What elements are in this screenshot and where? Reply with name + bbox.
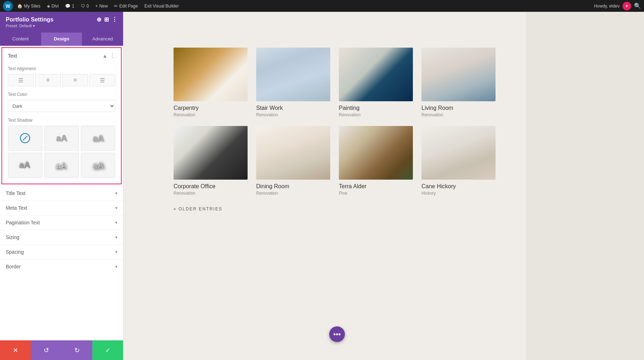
- edit-page-button[interactable]: ✏ Edit Page: [112, 0, 140, 12]
- portfolio-title-cane-hickory: Cane Hickory: [421, 183, 496, 190]
- main-layout: Portfolio Settings ⊕ ⊞ ⋮ Preset: Default…: [0, 12, 644, 360]
- portfolio-img-painting: [339, 48, 413, 101]
- shadow-options: aA aA aA aA aA: [8, 126, 115, 178]
- text-section: Text ▲ ⋮ Text Alignment ☰ ≡ ≡ ☰: [1, 47, 122, 184]
- portfolio-title-painting: Painting: [339, 105, 413, 111]
- shadow-2-button[interactable]: aA: [81, 126, 115, 151]
- align-center-button[interactable]: ≡: [35, 74, 61, 86]
- portfolio-img-cane-hickory: [421, 126, 496, 180]
- portfolio-title-terra-alder: Terra Alder: [339, 183, 413, 190]
- pagination-text-section[interactable]: Pagination Text ▾: [0, 215, 123, 230]
- align-right-button[interactable]: ≡: [62, 74, 88, 86]
- portfolio-img-dining-room: [256, 126, 330, 180]
- tab-content[interactable]: Content: [0, 33, 41, 46]
- portfolio-item-dining-room[interactable]: Dining Room Renovation: [256, 126, 330, 196]
- no-shadow-icon: [20, 133, 30, 143]
- pagination-chevron-icon: ▾: [115, 220, 117, 225]
- panel-preset[interactable]: Preset: Default ▾: [6, 24, 117, 28]
- portfolio-item-corporate-office[interactable]: Corporate Office Renovation: [174, 126, 248, 196]
- sizing-section[interactable]: Sizing ▾: [0, 230, 123, 244]
- title-text-label: Title Text: [6, 190, 25, 196]
- border-section[interactable]: Border ▾: [0, 259, 123, 274]
- preset-chevron-icon: ▾: [33, 24, 35, 28]
- portfolio-img-corporate-office: [174, 126, 248, 180]
- user-avatar[interactable]: e: [623, 2, 631, 10]
- wordpress-icon[interactable]: W: [3, 1, 13, 11]
- spacing-section[interactable]: Spacing ▾: [0, 244, 123, 259]
- divi-menu[interactable]: ◈ Divi: [45, 0, 61, 12]
- sizing-label: Sizing: [6, 234, 19, 240]
- meta-text-label: Meta Text: [6, 205, 27, 211]
- right-sidebar-background: [526, 12, 644, 360]
- undo-button[interactable]: ↺: [31, 340, 62, 360]
- portfolio-item-living-room[interactable]: Living Room Renovation: [421, 48, 496, 117]
- my-sites-menu[interactable]: 🏠 My Sites: [15, 0, 43, 12]
- title-text-section[interactable]: Title Text ▾: [0, 186, 123, 200]
- align-justify-button[interactable]: ☰: [89, 74, 115, 86]
- text-section-header[interactable]: Text ▲ ⋮: [2, 48, 121, 63]
- shadow-none-button[interactable]: [8, 126, 42, 151]
- new-menu[interactable]: + New: [93, 0, 110, 12]
- tab-advanced[interactable]: Advanced: [82, 33, 123, 46]
- text-section-more-icon[interactable]: ⋮: [109, 52, 115, 59]
- portfolio-subtitle-cane-hickory: Hickory: [421, 191, 496, 196]
- shadow-3-button[interactable]: aA: [8, 153, 42, 178]
- viewport-icon[interactable]: ⊕: [97, 16, 101, 23]
- panel-title-text: Portfolio Settings: [6, 16, 53, 23]
- panel-content: Text ▲ ⋮ Text Alignment ☰ ≡ ≡ ☰: [0, 46, 123, 360]
- redo-button[interactable]: ↻: [62, 340, 92, 360]
- top-bar: W 🏠 My Sites ◈ Divi 💬 1 🗨 0 + New ✏ Edit…: [0, 0, 644, 12]
- spam-menu[interactable]: 🗨 0: [79, 0, 91, 12]
- portfolio-title-carpentry: Carpentry: [174, 105, 248, 111]
- portfolio-img-stair-work: [256, 48, 330, 101]
- divi-icon: ◈: [47, 4, 50, 9]
- portfolio-item-painting[interactable]: Painting Renovation: [339, 48, 413, 117]
- shadow-5-preview: aA: [93, 160, 104, 170]
- floating-action-button[interactable]: •••: [329, 326, 345, 342]
- portfolio-item-cane-hickory[interactable]: Cane Hickory Hickory: [421, 126, 496, 196]
- portfolio-item-stair-work[interactable]: Stair Work Renovation: [256, 48, 330, 117]
- search-icon[interactable]: 🔍: [634, 3, 641, 9]
- shadow-4-button[interactable]: aA: [44, 153, 79, 178]
- shadow-1-button[interactable]: aA: [44, 126, 79, 151]
- spam-icon: 🗨: [81, 4, 85, 9]
- panel-header: Portfolio Settings ⊕ ⊞ ⋮ Preset: Default…: [0, 12, 123, 33]
- meta-text-section[interactable]: Meta Text ▾: [0, 200, 123, 215]
- portfolio-subtitle-stair-work: Renovation: [256, 112, 330, 117]
- tab-design[interactable]: Design: [41, 33, 82, 46]
- older-entries-link[interactable]: « OLDER ENTRIES: [174, 206, 630, 211]
- border-chevron-icon: ▾: [115, 264, 117, 269]
- exit-builder-button[interactable]: Exit Visual Builder: [142, 0, 181, 12]
- portfolio-subtitle-living-room: Renovation: [421, 112, 496, 117]
- home-icon: 🏠: [17, 4, 23, 9]
- shadow-2-preview: aA: [93, 133, 104, 143]
- grid-icon[interactable]: ⊞: [104, 16, 109, 23]
- title-text-chevron-icon: ▾: [115, 191, 117, 196]
- more-icon[interactable]: ⋮: [112, 16, 117, 23]
- comment-icon: 💬: [65, 4, 70, 9]
- portfolio-subtitle-corporate-office: Renovation: [174, 191, 248, 196]
- spacing-label: Spacing: [6, 249, 24, 255]
- shadow-3-preview: aA: [20, 160, 31, 170]
- portfolio-title-stair-work: Stair Work: [256, 105, 330, 111]
- text-section-collapse-icon[interactable]: ▲: [102, 53, 107, 59]
- user-info: Howdy, etdev e 🔍: [594, 2, 641, 10]
- save-button[interactable]: ✓: [92, 340, 123, 360]
- shadow-5-button[interactable]: aA: [81, 153, 115, 178]
- portfolio-item-terra-alder[interactable]: Terra Alder Pine: [339, 126, 413, 196]
- cancel-button[interactable]: ✕: [0, 340, 31, 360]
- alignment-buttons: ☰ ≡ ≡ ☰: [8, 74, 115, 86]
- panel-tabs: Content Design Advanced: [0, 33, 123, 46]
- portfolio-subtitle-dining-room: Renovation: [256, 191, 330, 196]
- text-section-title: Text: [8, 53, 17, 59]
- align-left-button[interactable]: ☰: [8, 74, 34, 86]
- portfolio-title-dining-room: Dining Room: [256, 183, 330, 190]
- shadow-label: Text Shadow: [8, 118, 115, 123]
- panel-title-row: Portfolio Settings ⊕ ⊞ ⋮: [6, 16, 117, 23]
- text-section-body: Text Alignment ☰ ≡ ≡ ☰ Text Color Dark L…: [2, 63, 121, 184]
- edit-icon: ✏: [114, 4, 118, 9]
- portfolio-item-carpentry[interactable]: Carpentry Renovation: [174, 48, 248, 117]
- text-color-select[interactable]: Dark Light Custom: [8, 100, 115, 112]
- comments-menu[interactable]: 💬 1: [63, 0, 77, 12]
- portfolio-title-corporate-office: Corporate Office: [174, 183, 248, 190]
